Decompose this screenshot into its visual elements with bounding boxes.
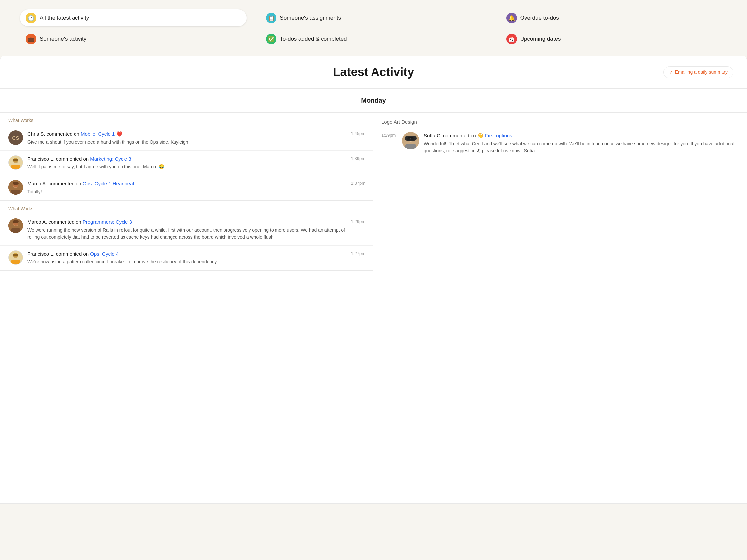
activity-title-chris: Chris S. commented on Mobile: Cycle 1 ❤️: [27, 130, 346, 137]
right-column: Logo Art Design 1:29pm: [374, 112, 747, 271]
activity-item-francisco-2: Francisco L. commented on Ops: Cycle 4 W…: [0, 246, 373, 270]
nav-someones-activity[interactable]: 💼 Someone's activity: [20, 30, 247, 48]
svg-rect-25: [407, 138, 410, 140]
left-column: What Works CS Chris S. commented on Mobi…: [0, 112, 374, 271]
time-francisco-1: 1:39pm: [351, 155, 365, 161]
activity-body-francisco-2: Francisco L. commented on Ops: Cycle 4 W…: [27, 250, 346, 265]
section-what-works-1: What Works CS Chris S. commented on Mobi…: [0, 112, 373, 201]
time-marco-2: 1:29pm: [351, 218, 365, 224]
svg-rect-2: [11, 165, 20, 169]
activity-body-marco-1: Marco A. commented on Ops: Cycle 1 Heart…: [27, 180, 346, 195]
activity-title-francisco-2: Francisco L. commented on Ops: Cycle 4: [27, 250, 346, 257]
time-chris: 1:45pm: [351, 130, 365, 136]
svg-rect-19: [13, 254, 18, 257]
avatar-francisco-1: [8, 155, 23, 170]
day-label: Monday: [0, 89, 747, 112]
activity-text-chris: Give me a shout if you ever need a hand …: [27, 139, 346, 145]
avatar-marco-1: [8, 180, 23, 195]
briefcase-icon: 💼: [26, 34, 36, 44]
nav-todos-added[interactable]: ✅ To-dos added & completed: [260, 30, 487, 48]
nav-someones-activity-label: Someone's activity: [40, 36, 86, 43]
avatar-chris: CS: [8, 130, 23, 145]
nav-all-latest-label: All the latest activity: [40, 15, 89, 21]
content-header: Latest Activity ✓ Emailing a daily summa…: [0, 56, 747, 89]
activity-item-francisco-1: Francisco L. commented on Marketing: Cyc…: [0, 151, 373, 176]
clock-icon: 🕐: [26, 12, 36, 23]
svg-rect-17: [11, 260, 20, 264]
activity-text-francisco-1: Well it pains me to say, but I agree wit…: [27, 163, 346, 170]
activity-text-sofia: Wonderful! I'll get what Geoff and we'll…: [424, 140, 739, 154]
author-marco-1: Marco A. commented on: [27, 181, 83, 186]
activity-body-chris: Chris S. commented on Mobile: Cycle 1 ❤️…: [27, 130, 346, 145]
activity-title-francisco-1: Francisco L. commented on Marketing: Cyc…: [27, 155, 346, 162]
checkmark-icon: ✓: [669, 69, 673, 76]
nav-todos-added-label: To-dos added & completed: [280, 36, 347, 43]
email-badge-label: Emailing a daily summary: [675, 70, 728, 75]
nav-upcoming-dates-label: Upcoming dates: [520, 36, 561, 43]
svg-rect-4: [13, 159, 18, 161]
time-sofia: 1:29pm: [382, 132, 397, 138]
link-marketing-cycle3[interactable]: Marketing: Cycle 3: [90, 156, 131, 161]
activity-item-sofia: 1:29pm: [374, 129, 747, 161]
activity-text-marco-2: We were running the new version of Rails…: [27, 227, 346, 241]
link-ops-cycle4[interactable]: Ops: Cycle 4: [90, 251, 119, 257]
author-chris: Chris S. commented on: [27, 131, 81, 137]
top-navigation: 🕐 All the latest activity 📋 Someone's as…: [0, 0, 747, 56]
activity-body-francisco-1: Francisco L. commented on Marketing: Cyc…: [27, 155, 346, 170]
email-daily-summary-button[interactable]: ✓ Emailing a daily summary: [663, 66, 734, 78]
svg-point-9: [12, 182, 19, 185]
nav-upcoming-dates[interactable]: 📅 Upcoming dates: [500, 30, 727, 48]
link-mobile-cycle1[interactable]: Mobile: Cycle 1 ❤️: [81, 131, 123, 137]
content-columns: What Works CS Chris S. commented on Mobi…: [0, 112, 747, 271]
activity-title-marco-2: Marco A. commented on Programmers: Cycle…: [27, 218, 346, 225]
time-marco-1: 1:37pm: [351, 180, 365, 186]
francisco-avatar-svg-2: [8, 250, 23, 265]
activity-text-marco-1: Totally!: [27, 188, 346, 195]
author-marco-2: Marco A. commented on: [27, 219, 83, 225]
activity-body-marco-2: Marco A. commented on Programmers: Cycle…: [27, 218, 346, 241]
nav-overdue-todos[interactable]: 🔔 Overdue to-dos: [500, 9, 727, 26]
svg-rect-12: [11, 229, 20, 233]
author-francisco-2: Francisco L. commented on: [27, 251, 90, 257]
author-sofia: Sofía C. commented on: [424, 133, 478, 138]
activity-text-francisco-2: We're now using a pattern called circuit…: [27, 259, 346, 265]
activity-body-sofia: Sofía C. commented on 👋 First options Wo…: [424, 132, 739, 154]
francisco-avatar-svg: [8, 155, 23, 170]
avatar-francisco-2: [8, 250, 23, 265]
section-what-works-2: What Works Marco A.: [0, 201, 373, 271]
marco-avatar-svg: [8, 180, 23, 195]
svg-point-14: [12, 220, 19, 223]
right-section-logo: Logo Art Design 1:29pm: [374, 112, 747, 161]
bell-icon: 🔔: [506, 12, 517, 23]
link-ops-cycle1-heartbeat[interactable]: Ops: Cycle 1 Heartbeat: [83, 181, 134, 186]
svg-rect-26: [411, 138, 414, 140]
main-content-panel: Latest Activity ✓ Emailing a daily summa…: [0, 56, 747, 504]
clipboard-icon: 📋: [266, 12, 277, 23]
activity-title-sofia: Sofía C. commented on 👋 First options: [424, 132, 739, 139]
marco-avatar-svg-2: [8, 218, 23, 233]
avatar-marco-2: [8, 218, 23, 233]
activity-title-marco-1: Marco A. commented on Ops: Cycle 1 Heart…: [27, 180, 346, 187]
activity-item-marco-1: Marco A. commented on Ops: Cycle 1 Heart…: [0, 176, 373, 200]
checkmark-icon: ✅: [266, 34, 277, 44]
link-first-options[interactable]: 👋 First options: [478, 133, 512, 138]
nav-overdue-todos-label: Overdue to-dos: [520, 15, 559, 21]
nav-all-latest[interactable]: 🕐 All the latest activity: [20, 9, 247, 26]
author-francisco-1: Francisco L. commented on: [27, 156, 90, 161]
time-francisco-2: 1:27pm: [351, 250, 365, 256]
activity-item-marco-2: Marco A. commented on Programmers: Cycle…: [0, 214, 373, 246]
section-label-2: What Works: [0, 201, 373, 214]
section-label-1: What Works: [0, 112, 373, 126]
activity-item-chris: CS Chris S. commented on Mobile: Cycle 1…: [0, 126, 373, 151]
nav-someones-assignments-label: Someone's assignments: [280, 15, 341, 21]
svg-rect-22: [405, 144, 416, 149]
link-programmers-cycle3[interactable]: Programmers: Cycle 3: [83, 219, 132, 225]
right-section-label: Logo Art Design: [374, 112, 747, 129]
page-title: Latest Activity: [333, 65, 414, 79]
nav-someones-assignments[interactable]: 📋 Someone's assignments: [260, 9, 487, 26]
avatar-sofia: [402, 132, 419, 149]
svg-rect-7: [11, 190, 20, 195]
calendar-icon: 📅: [506, 34, 517, 44]
sofia-avatar-svg: [402, 132, 419, 149]
